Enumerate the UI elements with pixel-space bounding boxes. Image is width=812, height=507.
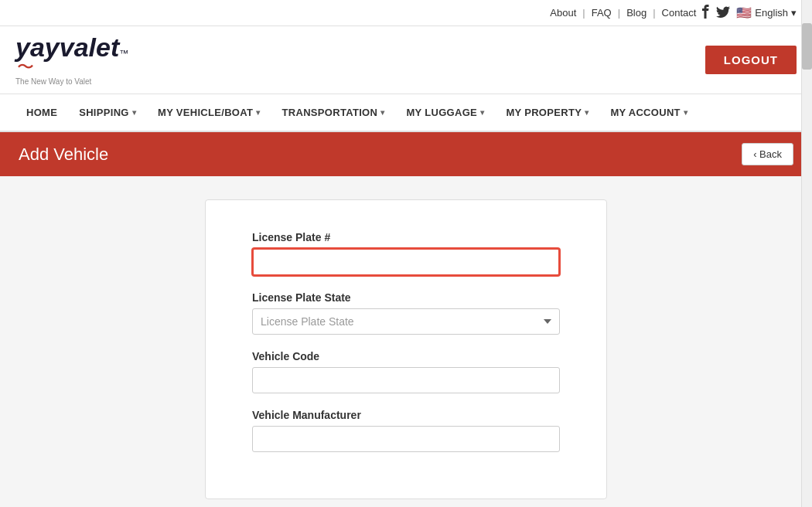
property-caret-icon: ▾ [585,108,589,117]
facebook-icon[interactable] [702,5,710,21]
logout-button[interactable]: LOGOUT [705,46,797,74]
transportation-caret-icon: ▾ [380,108,384,117]
logo-text: yayvalet™ [15,34,128,60]
nav-transportation[interactable]: TRANSPORTATION ▾ [271,94,396,131]
logo-tagline: The New Way to Valet [15,77,128,86]
scrollbar-track[interactable] [801,0,812,507]
logo-swoosh-icon: 〜 [17,59,34,76]
vehicle-code-label: Vehicle Code [252,350,560,362]
luggage-caret-icon: ▾ [480,108,484,117]
vehicle-manufacturer-group: Vehicle Manufacturer [252,409,560,452]
main-content: License Plate # License Plate State Lice… [0,176,812,507]
license-plate-state-label: License Plate State [252,291,560,304]
scrollbar-thumb[interactable] [802,23,812,70]
contact-link[interactable]: Contact [662,7,697,19]
license-plate-input[interactable] [252,248,560,276]
separator-1: | [582,7,585,19]
license-plate-state-select[interactable]: License Plate State AlabamaAlaskaArizona… [252,308,560,335]
language-arrow: ▾ [791,7,797,19]
account-caret-icon: ▾ [684,108,687,117]
main-nav: HOME SHIPPING ▾ MY VEHICLE/BOAT ▾ TRANSP… [0,94,812,132]
twitter-icon[interactable] [716,6,730,20]
page-title: Add Vehicle [19,145,108,165]
form-card: License Plate # License Plate State Lice… [205,199,607,499]
shipping-caret-icon: ▾ [132,108,136,117]
license-plate-group: License Plate # [252,231,560,276]
faq-link[interactable]: FAQ [592,7,612,19]
logo[interactable]: yayvalet™ 〜 The New Way to Valet [15,34,128,86]
license-plate-label: License Plate # [252,231,560,243]
language-selector[interactable]: 🇺🇸 English ▾ [736,5,797,20]
license-plate-state-group: License Plate State License Plate State … [252,291,560,335]
vehicle-caret-icon: ▾ [256,108,260,117]
flag-icon: 🇺🇸 [736,5,752,20]
page-banner: Add Vehicle ‹ Back [0,132,812,176]
nav-property[interactable]: MY PROPERTY ▾ [495,94,599,131]
blog-link[interactable]: Blog [626,7,647,19]
header: yayvalet™ 〜 The New Way to Valet LOGOUT [0,26,812,94]
nav-luggage[interactable]: MY LUGGAGE ▾ [395,94,495,131]
vehicle-manufacturer-input[interactable] [252,426,560,452]
vehicle-code-input[interactable] [252,367,560,393]
vehicle-manufacturer-label: Vehicle Manufacturer [252,409,560,421]
about-link[interactable]: About [550,7,576,19]
trademark-symbol: ™ [119,49,128,58]
language-label: English [755,7,788,19]
vehicle-code-group: Vehicle Code [252,350,560,393]
nav-home[interactable]: HOME [15,94,68,131]
back-button[interactable]: ‹ Back [742,143,793,165]
nav-vehicle-boat[interactable]: MY VEHICLE/BOAT ▾ [147,94,271,131]
top-bar: About | FAQ | Blog | Contact 🇺🇸 English … [0,0,812,26]
separator-3: | [653,7,655,19]
separator-2: | [618,7,620,19]
nav-account[interactable]: MY ACCOUNT ▾ [599,94,698,131]
nav-shipping[interactable]: SHIPPING ▾ [68,94,147,131]
